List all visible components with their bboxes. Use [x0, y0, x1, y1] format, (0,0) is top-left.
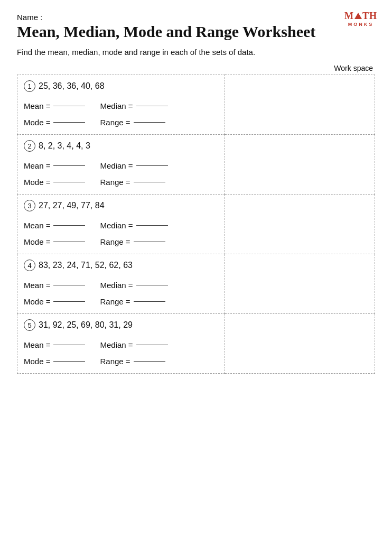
- answers-row1-1: Mean = Median =: [24, 101, 218, 110]
- mode-label-3: Mode =: [24, 237, 50, 246]
- problem-cell-3: 3 27, 27, 49, 77, 84 Mean = Median = Mod…: [17, 195, 225, 254]
- range-label-2: Range =: [100, 178, 130, 187]
- problem-data-2: 8, 2, 3, 4, 4, 3: [39, 141, 90, 151]
- mode-label-1: Mode =: [24, 118, 50, 127]
- problem-header-4: 4 83, 23, 24, 71, 52, 62, 63: [24, 260, 218, 271]
- median-label-3: Median =: [100, 221, 133, 230]
- range-line-2: [134, 182, 165, 182]
- median-line-4: [136, 285, 168, 285]
- mean-line-3: [53, 225, 85, 226]
- median-item-5: Median =: [100, 340, 167, 349]
- problem-data-4: 83, 23, 24, 71, 52, 62, 63: [39, 261, 133, 270]
- median-line-1: [136, 106, 168, 106]
- answers-rows-2: Mean = Median = Mode = Range =: [24, 161, 218, 187]
- range-label-1: Range =: [100, 118, 130, 127]
- median-line-5: [136, 345, 168, 345]
- median-item-4: Median =: [100, 281, 167, 290]
- logo-monks: MONKS: [348, 22, 374, 27]
- answers-rows-5: Mean = Median = Mode = Range =: [24, 340, 218, 366]
- answers-row2-1: Mode = Range =: [24, 118, 218, 127]
- range-item-4: Range =: [100, 297, 165, 306]
- problem-header-5: 5 31, 92, 25, 69, 80, 31, 29: [24, 319, 218, 331]
- problem-cell-4: 4 83, 23, 24, 71, 52, 62, 63 Mean = Medi…: [17, 254, 225, 314]
- name-line: Name :: [17, 13, 375, 22]
- answers-row1-2: Mean = Median =: [24, 161, 218, 170]
- mode-item-2: Mode =: [24, 178, 85, 187]
- problem-data-1: 25, 36, 36, 40, 68: [39, 81, 105, 91]
- median-item-3: Median =: [100, 221, 167, 230]
- workspace-cell-2: [225, 135, 375, 195]
- mean-label-2: Mean =: [24, 161, 50, 170]
- median-label-5: Median =: [100, 340, 133, 349]
- range-line-5: [134, 361, 165, 362]
- answers-row2-4: Mode = Range =: [24, 297, 218, 306]
- workspace-label: Work space: [17, 64, 375, 72]
- range-label-4: Range =: [100, 297, 130, 306]
- answers-row2-5: Mode = Range =: [24, 357, 218, 366]
- problem-cell-5: 5 31, 92, 25, 69, 80, 31, 29 Mean = Medi…: [17, 314, 225, 374]
- mean-item-1: Mean =: [24, 101, 85, 110]
- median-item-1: Median =: [100, 101, 167, 110]
- logo-text: MTH: [344, 11, 377, 22]
- median-label-1: Median =: [100, 101, 133, 110]
- page-title: Mean, Median, Mode and Range Worksheet: [17, 22, 375, 41]
- mode-label-2: Mode =: [24, 178, 50, 187]
- problem-number-4: 4: [24, 260, 35, 271]
- median-label-2: Median =: [100, 161, 133, 170]
- range-line-1: [134, 122, 165, 123]
- answers-rows-3: Mean = Median = Mode = Range =: [24, 221, 218, 246]
- median-item-2: Median =: [100, 161, 167, 170]
- answers-row1-5: Mean = Median =: [24, 340, 218, 349]
- workspace-cell-5: [225, 314, 375, 374]
- median-label-4: Median =: [100, 281, 133, 290]
- answers-row1-4: Mean = Median =: [24, 281, 218, 290]
- answers-rows-1: Mean = Median = Mode = Range =: [24, 101, 218, 127]
- range-label-5: Range =: [100, 357, 130, 366]
- problem-header-3: 3 27, 27, 49, 77, 84: [24, 200, 218, 211]
- mean-item-5: Mean =: [24, 340, 85, 349]
- mode-line-5: [53, 361, 85, 362]
- mean-label-4: Mean =: [24, 281, 50, 290]
- problem-data-3: 27, 27, 49, 77, 84: [39, 201, 105, 210]
- mode-label-4: Mode =: [24, 297, 50, 306]
- mode-line-4: [53, 301, 85, 302]
- mode-item-3: Mode =: [24, 237, 85, 246]
- mode-line-3: [53, 242, 85, 242]
- mode-item-4: Mode =: [24, 297, 85, 306]
- mean-line-1: [53, 106, 85, 106]
- problem-number-3: 3: [24, 200, 35, 211]
- workspace-cell-4: [225, 254, 375, 314]
- mean-item-3: Mean =: [24, 221, 85, 230]
- mean-line-4: [53, 285, 85, 285]
- problem-cell-2: 2 8, 2, 3, 4, 4, 3 Mean = Median = Mode …: [17, 135, 225, 195]
- mode-item-5: Mode =: [24, 357, 85, 366]
- answers-rows-4: Mean = Median = Mode = Range =: [24, 281, 218, 306]
- range-item-1: Range =: [100, 118, 165, 127]
- range-item-3: Range =: [100, 237, 165, 246]
- range-line-3: [134, 242, 165, 242]
- logo: MTH MONKS: [344, 11, 377, 27]
- workspace-cell-1: [225, 75, 375, 135]
- mean-label-5: Mean =: [24, 340, 50, 349]
- problem-data-5: 31, 92, 25, 69, 80, 31, 29: [39, 320, 133, 330]
- mode-line-2: [53, 182, 85, 182]
- mean-item-4: Mean =: [24, 281, 85, 290]
- answers-row2-3: Mode = Range =: [24, 237, 218, 246]
- problem-number-1: 1: [24, 80, 35, 92]
- answers-row2-2: Mode = Range =: [24, 178, 218, 187]
- mode-item-1: Mode =: [24, 118, 85, 127]
- name-label: Name :: [17, 13, 42, 22]
- problem-cell-1: 1 25, 36, 36, 40, 68 Mean = Median = Mod…: [17, 75, 225, 135]
- problem-header-2: 2 8, 2, 3, 4, 4, 3: [24, 140, 218, 152]
- mean-label-3: Mean =: [24, 221, 50, 230]
- mean-line-2: [53, 165, 85, 166]
- range-item-5: Range =: [100, 357, 165, 366]
- range-item-2: Range =: [100, 178, 165, 187]
- mode-label-5: Mode =: [24, 357, 50, 366]
- workspace-cell-3: [225, 195, 375, 254]
- median-line-2: [136, 165, 168, 166]
- median-line-3: [136, 225, 168, 226]
- answers-row1-3: Mean = Median =: [24, 221, 218, 230]
- subtitle: Find the mean, median, mode and range in…: [17, 48, 375, 57]
- range-line-4: [134, 301, 165, 302]
